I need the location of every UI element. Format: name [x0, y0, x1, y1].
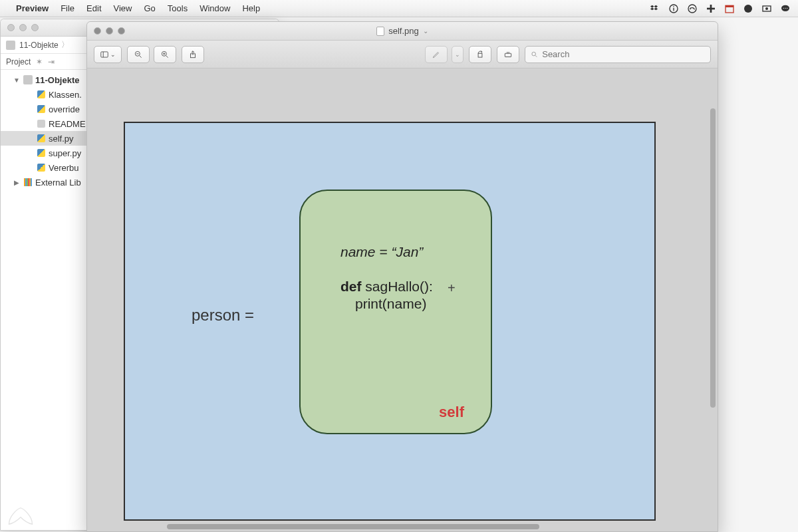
ide-traffic-lights[interactable]	[7, 24, 39, 31]
document-icon	[376, 27, 384, 36]
breadcrumb-folder: 11-Objekte	[19, 41, 59, 50]
ide-project-tab-gear-icon[interactable]: ✶	[36, 57, 43, 66]
zoom-in-button[interactable]	[154, 46, 176, 63]
svg-rect-15	[101, 51, 108, 57]
diagram-image: person = name = “Jan” def sagHallo(): pr…	[124, 122, 656, 521]
svg-rect-7	[726, 5, 733, 7]
search-icon	[531, 51, 538, 59]
svg-point-10	[765, 7, 768, 10]
tree-external-label: External Lib	[35, 178, 81, 188]
menu-tools[interactable]: Tools	[168, 3, 188, 13]
share-button[interactable]	[182, 46, 204, 63]
svg-rect-5	[707, 7, 715, 9]
preview-titlebar[interactable]: self.png ⌄	[87, 22, 718, 41]
horizontal-scrollbar[interactable]	[167, 524, 539, 529]
python-file-icon	[37, 134, 46, 143]
tree-file-label: Klassen.	[49, 90, 82, 100]
preview-toolbar: ⌄ ⌄	[87, 41, 718, 68]
chevron-down-icon[interactable]: ⌄	[423, 27, 428, 35]
folder-icon	[6, 41, 15, 50]
diagram-self-label: self	[439, 404, 464, 421]
svg-point-8	[744, 5, 752, 13]
preview-title: self.png ⌄	[87, 26, 718, 36]
diagram-object-box: name = “Jan” def sagHallo(): print(name)…	[299, 190, 492, 434]
python-file-icon	[37, 90, 46, 99]
vertical-scrollbar[interactable]	[710, 108, 716, 408]
diagram-attr-line: name = “Jan”	[340, 244, 423, 260]
svg-rect-1	[673, 7, 674, 11]
disclosure-down-icon[interactable]: ▼	[13, 76, 21, 84]
menu-app[interactable]: Preview	[16, 3, 49, 13]
menu-window[interactable]: Window	[200, 3, 230, 13]
text-file-icon	[37, 119, 46, 128]
preview-window: self.png ⌄ ⌄ ⌄	[86, 21, 718, 532]
python-file-icon	[37, 104, 46, 114]
tree-file-label: self.py	[49, 134, 74, 144]
disclosure-right-icon[interactable]: ▶	[13, 179, 21, 186]
desktop: 11-Objekte 〉 Project ✶ ⇥ ▼ 11-Objekte Kl…	[0, 17, 798, 532]
svg-point-14	[787, 7, 787, 8]
record-status-icon[interactable]	[761, 3, 773, 15]
menu-edit[interactable]: Edit	[86, 3, 101, 13]
tree-root-label: 11-Objekte	[35, 75, 79, 85]
menu-go[interactable]: Go	[144, 3, 155, 13]
preview-traffic-close[interactable]	[94, 27, 101, 35]
markup-group: ⌄	[425, 46, 464, 63]
svg-point-30	[532, 52, 536, 56]
markup-toolbar-button[interactable]	[497, 46, 519, 63]
folder-icon	[23, 75, 33, 84]
chat-status-icon[interactable]	[779, 3, 791, 15]
tree-file-label: README	[49, 119, 86, 129]
calendar-status-icon[interactable]	[724, 3, 735, 15]
ide-project-tab[interactable]: Project	[6, 57, 31, 66]
ide-traffic-max[interactable]	[31, 24, 39, 31]
zoom-out-button[interactable]	[127, 46, 150, 63]
preview-traffic-min[interactable]	[106, 27, 113, 35]
preview-search-input[interactable]	[542, 49, 705, 59]
menu-file[interactable]: File	[61, 3, 74, 13]
creative-cloud-icon[interactable]	[686, 3, 698, 15]
python-file-icon	[37, 163, 46, 172]
preview-title-text: self.png	[388, 26, 419, 36]
background-leaf-icon	[7, 505, 35, 529]
svg-rect-26	[478, 53, 482, 57]
menu-help[interactable]: Help	[242, 3, 260, 13]
preview-traffic-lights[interactable]	[94, 27, 125, 35]
circle-status-icon[interactable]	[742, 3, 754, 15]
macos-menubar: Preview File Edit View Go Tools Window H…	[0, 0, 798, 17]
rotate-button[interactable]	[469, 46, 491, 63]
svg-rect-27	[505, 53, 511, 57]
ide-traffic-min[interactable]	[19, 24, 27, 31]
highlight-dropdown[interactable]: ⌄	[452, 46, 464, 63]
svg-line-18	[140, 55, 142, 57]
svg-rect-2	[673, 6, 674, 7]
preview-viewport[interactable]: person = name = “Jan” def sagHallo(): pr…	[87, 68, 718, 531]
plus-status-icon[interactable]	[705, 3, 717, 15]
tree-file-label: super.py	[49, 148, 81, 158]
cursor-crosshair-icon: +	[448, 281, 456, 296]
svg-point-3	[688, 5, 696, 13]
sidebar-toggle-button[interactable]: ⌄	[94, 46, 122, 63]
chevron-right-icon: 〉	[61, 39, 69, 51]
tree-file-label: override	[49, 104, 80, 114]
diagram-def-line: def sagHallo():	[340, 279, 433, 295]
tree-file-label: Vererbu	[49, 163, 79, 173]
zoom-group	[127, 46, 176, 63]
python-file-icon	[37, 148, 46, 158]
preview-traffic-max[interactable]	[118, 27, 125, 35]
diagram-person-label: person =	[192, 306, 254, 325]
ide-project-tab-collapse-icon[interactable]: ⇥	[48, 57, 55, 66]
diagram-print-line: print(name)	[355, 296, 426, 312]
svg-point-13	[785, 7, 785, 8]
menu-view[interactable]: View	[114, 3, 132, 13]
svg-line-31	[535, 55, 537, 57]
preview-search-field[interactable]	[525, 46, 711, 63]
info-status-icon[interactable]	[668, 3, 680, 15]
dropbox-status-icon[interactable]	[649, 3, 661, 15]
svg-point-12	[783, 7, 784, 8]
library-icon	[23, 178, 33, 187]
svg-line-21	[166, 55, 168, 57]
highlight-button[interactable]	[425, 46, 448, 63]
ide-traffic-close[interactable]	[7, 24, 15, 31]
